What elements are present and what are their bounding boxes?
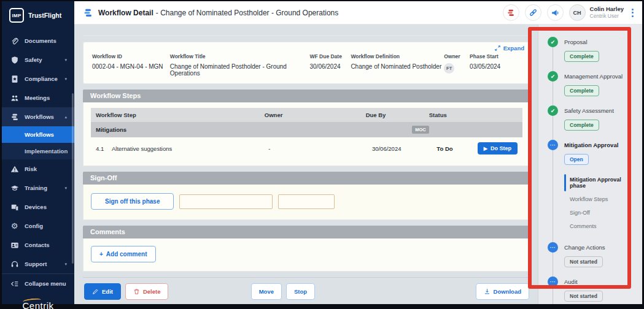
- paperclip-icon: [10, 36, 19, 45]
- headset-icon: [10, 259, 19, 269]
- announcements-button[interactable]: [547, 4, 564, 21]
- phase-name[interactable]: Mitigation Approval: [564, 140, 638, 148]
- megaphone-icon: [551, 9, 559, 17]
- status-banner: i Currently in progress: [83, 35, 530, 36]
- phase-change-actions: ··· Change Actions Not started: [548, 242, 638, 267]
- step-status-cell: To Do ▶Do Step: [432, 137, 522, 159]
- move-button[interactable]: Move: [251, 283, 282, 300]
- col-owner: Owner: [265, 112, 366, 118]
- edit-button[interactable]: Edit: [84, 283, 121, 300]
- sidebar-item-compliance[interactable]: Compliance ▾: [2, 69, 74, 88]
- phase-name[interactable]: Change Actions: [564, 242, 638, 251]
- moc-badge: MOC: [412, 126, 429, 134]
- phase-name[interactable]: Audit: [564, 277, 638, 285]
- subnav-mitigation-approval-phase[interactable]: Mitigation Approval phase: [564, 173, 638, 193]
- user-role: Centrik User: [590, 13, 624, 20]
- brand-logo[interactable]: IMP TrustFlight: [2, 1, 74, 31]
- sign-off-section: Sign off this phase: [83, 185, 530, 220]
- stop-button[interactable]: Stop: [286, 283, 315, 300]
- steps-table: Workflow Step Owner Due By Status Mitiga…: [91, 108, 522, 159]
- workflow-steps-section: Workflow Step Owner Due By Status Mitiga…: [83, 102, 530, 166]
- sidebar-subitem-implementation[interactable]: Implementation: [2, 143, 74, 159]
- in-progress-dots-icon: ···: [548, 242, 558, 253]
- chevron-down-icon: ▾: [64, 77, 69, 82]
- sidebar-item-documents[interactable]: Documents: [2, 31, 74, 50]
- group-label: Mitigations: [96, 126, 265, 133]
- field-label: WF Due Date: [309, 53, 351, 59]
- field-value: 30/06/2024: [309, 63, 351, 70]
- add-comment-button[interactable]: +Add comment: [91, 246, 156, 262]
- app-window: IMP TrustFlight Documents Safety ▾: [2, 1, 642, 304]
- user-menu[interactable]: CH Colin Harley Centrik User: [569, 4, 624, 21]
- sidebar-item-workflows[interactable]: Workflows ▴: [2, 107, 74, 126]
- section-header-sign-off: Sign-Off: [83, 172, 530, 185]
- status-badge: Not started: [564, 256, 603, 267]
- sidebar-item-label: Risk: [25, 166, 37, 172]
- sidebar-item-label: Training: [25, 185, 47, 191]
- phase-name[interactable]: Proposal: [564, 37, 638, 45]
- phase-panel: ✔ Proposal Complete ✔ Management Approva…: [538, 25, 642, 304]
- subnav-workflow-steps[interactable]: Workflow Steps: [564, 193, 638, 206]
- workflow-stack-icon: [10, 112, 19, 121]
- info-icon: i: [83, 35, 100, 36]
- download-button[interactable]: Download: [476, 283, 529, 300]
- check-circle-icon: ✔: [548, 105, 558, 116]
- devices-icon: [10, 202, 19, 212]
- step-due-cell: 30/06/2024: [367, 140, 432, 157]
- field-label: Owner: [444, 53, 470, 59]
- table-header-row: Workflow Step Owner Due By Status: [91, 108, 522, 122]
- sidebar-item-contacts[interactable]: Contacts: [2, 235, 74, 254]
- page-subtitle: - Change of Nominated Postholder - Groun…: [156, 9, 339, 17]
- sign-off-phase-button[interactable]: Sign off this phase: [91, 193, 174, 210]
- overflow-menu-icon[interactable]: [629, 7, 636, 18]
- sidebar-group-workflows: Workflows ▴ Workflows Implementation: [2, 107, 74, 159]
- user-name: Colin Harley: [590, 6, 624, 13]
- link-button[interactable]: [525, 4, 541, 21]
- status-badge: Open: [564, 154, 589, 165]
- user-avatar: CH: [569, 4, 586, 21]
- status-badge: Not started: [564, 291, 603, 302]
- chevron-up-icon: ▴: [64, 115, 69, 120]
- phase-mitigation-approval: ··· Mitigation Approval Open Mitigation …: [548, 140, 638, 233]
- status-badge: Complete: [564, 85, 599, 96]
- col-due-by: Due By: [366, 112, 429, 118]
- field-label: Workflow Title: [170, 53, 310, 59]
- subnav-comments[interactable]: Comments: [564, 219, 638, 233]
- contact-card-icon: [10, 240, 19, 250]
- expand-link[interactable]: Expand: [494, 45, 524, 52]
- sidebar-scrollbar[interactable]: [72, 93, 74, 264]
- sidebar-item-config[interactable]: ⚙ Config: [2, 216, 74, 235]
- collapse-menu-button[interactable]: Collapse menu: [2, 273, 74, 293]
- phase-name[interactable]: Safety Assessment: [564, 105, 638, 114]
- step-number: 4.1: [96, 145, 112, 152]
- main-content: Dashboard/Workflows/Management of Change…: [74, 25, 538, 304]
- workflow-quick-button[interactable]: [503, 4, 519, 21]
- section-header-workflow-steps: Workflow Steps: [83, 90, 530, 102]
- sidebar-item-training[interactable]: Training ▾: [2, 178, 74, 197]
- sidebar-item-label: Safety: [25, 56, 42, 63]
- collapse-icon: [10, 279, 19, 288]
- sidebar-item-label: Meetings: [25, 94, 50, 101]
- in-progress-dots-icon: ···: [548, 277, 558, 287]
- sidebar-item-safety[interactable]: Safety ▾: [2, 50, 74, 69]
- pencil-icon: [92, 288, 99, 295]
- phase-name[interactable]: Management Approval: [564, 71, 638, 80]
- field-label: Workflow ID: [92, 53, 170, 59]
- delete-button[interactable]: Delete: [125, 283, 169, 300]
- warning-triangle-icon: [10, 164, 19, 174]
- sidebar-item-meetings[interactable]: Meetings: [2, 88, 74, 107]
- sidebar-item-devices[interactable]: Devices: [2, 197, 74, 216]
- download-icon: [484, 288, 491, 295]
- status-text: To Do: [436, 145, 452, 152]
- chevron-down-icon: ▾: [64, 186, 69, 191]
- sign-off-input-1[interactable]: [179, 194, 273, 209]
- plus-icon: +: [99, 251, 103, 258]
- sidebar-subitem-workflows[interactable]: Workflows: [2, 126, 74, 143]
- sidebar-item-risk[interactable]: Risk: [2, 159, 74, 178]
- sign-off-input-2[interactable]: [278, 194, 335, 209]
- do-step-button[interactable]: ▶Do Step: [478, 142, 518, 154]
- status-banner-text: Currently in progress: [100, 35, 164, 36]
- subnav-sign-off[interactable]: Sign-Off: [564, 206, 638, 219]
- sidebar-item-support[interactable]: Support ▾: [2, 254, 74, 273]
- trash-icon: [133, 288, 140, 295]
